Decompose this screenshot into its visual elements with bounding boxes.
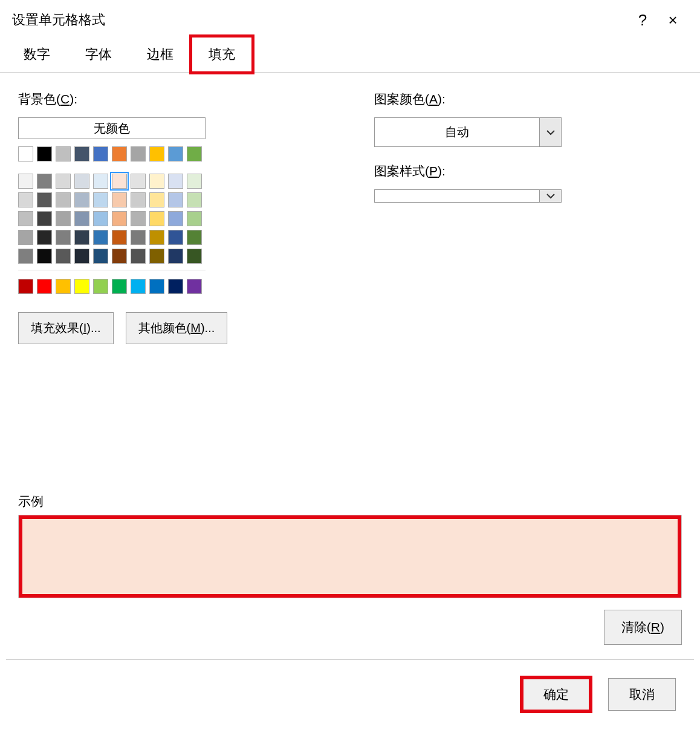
- color-swatch[interactable]: [187, 230, 202, 245]
- close-button[interactable]: ×: [658, 8, 688, 32]
- color-swatch[interactable]: [187, 146, 202, 162]
- tab-number[interactable]: 数字: [6, 36, 68, 73]
- color-swatch[interactable]: [187, 279, 202, 294]
- color-swatch[interactable]: [74, 192, 89, 207]
- color-swatch[interactable]: [131, 230, 146, 245]
- color-swatch[interactable]: [18, 146, 33, 162]
- pattern-color-label: 图案颜色(A):: [374, 91, 682, 108]
- cancel-button[interactable]: 取消: [608, 678, 676, 711]
- color-swatch[interactable]: [168, 279, 183, 294]
- dialog-title: 设置单元格格式: [12, 11, 627, 29]
- right-column: 图案颜色(A): 自动 图案样式(P):: [374, 91, 682, 344]
- clear-button[interactable]: 清除(R): [604, 610, 682, 645]
- color-swatch[interactable]: [149, 230, 164, 245]
- no-color-button[interactable]: 无颜色: [18, 117, 206, 139]
- help-button[interactable]: ?: [627, 8, 658, 32]
- color-swatch[interactable]: [187, 211, 202, 226]
- color-swatch[interactable]: [149, 249, 164, 264]
- color-swatch[interactable]: [93, 279, 108, 294]
- color-swatch[interactable]: [168, 174, 183, 189]
- color-swatch[interactable]: [131, 279, 146, 294]
- color-swatch[interactable]: [74, 249, 89, 264]
- tint-row: [18, 211, 326, 226]
- pattern-color-dropdown[interactable]: 自动: [374, 117, 562, 147]
- color-swatch[interactable]: [149, 174, 164, 189]
- chevron-down-icon[interactable]: [539, 118, 561, 146]
- color-swatch[interactable]: [149, 211, 164, 226]
- color-swatch[interactable]: [168, 230, 183, 245]
- color-swatch[interactable]: [112, 192, 127, 207]
- theme-color-row: [18, 146, 326, 162]
- color-swatch[interactable]: [93, 230, 108, 245]
- color-swatch[interactable]: [112, 174, 127, 189]
- color-swatch[interactable]: [149, 192, 164, 207]
- pattern-style-dropdown[interactable]: [374, 189, 562, 203]
- content-area: 背景色(C): 无颜色 填充效果(I)... 其他颜色(M)... 图案颜色(A…: [0, 73, 700, 344]
- color-swatch[interactable]: [93, 174, 108, 189]
- color-swatch[interactable]: [74, 211, 89, 226]
- color-swatch[interactable]: [131, 192, 146, 207]
- color-swatch[interactable]: [56, 279, 71, 294]
- color-swatch[interactable]: [131, 174, 146, 189]
- tint-row: [18, 230, 326, 245]
- color-swatch[interactable]: [18, 249, 33, 264]
- color-swatch[interactable]: [56, 249, 71, 264]
- color-swatch[interactable]: [131, 146, 146, 162]
- color-swatch[interactable]: [56, 211, 71, 226]
- color-swatch[interactable]: [168, 211, 183, 226]
- color-swatch[interactable]: [112, 230, 127, 245]
- color-swatch[interactable]: [18, 174, 33, 189]
- tab-font[interactable]: 字体: [68, 36, 129, 73]
- color-swatch[interactable]: [74, 146, 89, 162]
- color-swatch[interactable]: [112, 279, 127, 294]
- color-swatch[interactable]: [37, 192, 52, 207]
- color-swatch[interactable]: [168, 146, 183, 162]
- left-column: 背景色(C): 无颜色 填充效果(I)... 其他颜色(M)...: [18, 91, 326, 344]
- tab-border[interactable]: 边框: [129, 36, 191, 73]
- tint-row: [18, 174, 326, 189]
- example-highlight: [21, 517, 679, 596]
- color-swatch[interactable]: [37, 174, 52, 189]
- color-swatch[interactable]: [93, 249, 108, 264]
- color-swatch[interactable]: [37, 249, 52, 264]
- color-swatch[interactable]: [187, 192, 202, 207]
- color-swatch[interactable]: [18, 192, 33, 207]
- color-swatch[interactable]: [149, 279, 164, 294]
- color-swatch[interactable]: [18, 230, 33, 245]
- example-preview: [21, 517, 679, 596]
- color-swatch[interactable]: [149, 146, 164, 162]
- color-swatch[interactable]: [18, 279, 33, 294]
- color-swatch[interactable]: [187, 249, 202, 264]
- color-swatch[interactable]: [56, 230, 71, 245]
- color-swatch[interactable]: [18, 211, 33, 226]
- ok-button[interactable]: 确定: [522, 678, 590, 711]
- color-swatch[interactable]: [37, 230, 52, 245]
- color-swatch[interactable]: [93, 192, 108, 207]
- color-swatch[interactable]: [93, 211, 108, 226]
- color-swatch[interactable]: [168, 249, 183, 264]
- color-swatch[interactable]: [56, 174, 71, 189]
- tint-color-grid: [18, 174, 326, 264]
- color-swatch[interactable]: [37, 279, 52, 294]
- color-swatch[interactable]: [187, 174, 202, 189]
- color-swatch[interactable]: [56, 192, 71, 207]
- color-swatch[interactable]: [74, 230, 89, 245]
- color-swatch[interactable]: [37, 211, 52, 226]
- pattern-style-value: [375, 190, 539, 202]
- color-swatch[interactable]: [112, 211, 127, 226]
- fill-effects-button[interactable]: 填充效果(I)...: [18, 312, 114, 344]
- color-swatch[interactable]: [37, 146, 52, 162]
- color-swatch[interactable]: [74, 279, 89, 294]
- color-swatch[interactable]: [93, 146, 108, 162]
- color-swatch[interactable]: [112, 146, 127, 162]
- tab-bar: 数字 字体 边框 填充: [0, 36, 700, 73]
- more-colors-button[interactable]: 其他颜色(M)...: [126, 312, 228, 344]
- color-swatch[interactable]: [168, 192, 183, 207]
- color-swatch[interactable]: [131, 211, 146, 226]
- tab-fill[interactable]: 填充: [191, 36, 253, 73]
- color-swatch[interactable]: [56, 146, 71, 162]
- color-swatch[interactable]: [74, 174, 89, 189]
- chevron-down-icon[interactable]: [539, 190, 561, 202]
- color-swatch[interactable]: [112, 249, 127, 264]
- color-swatch[interactable]: [131, 249, 146, 264]
